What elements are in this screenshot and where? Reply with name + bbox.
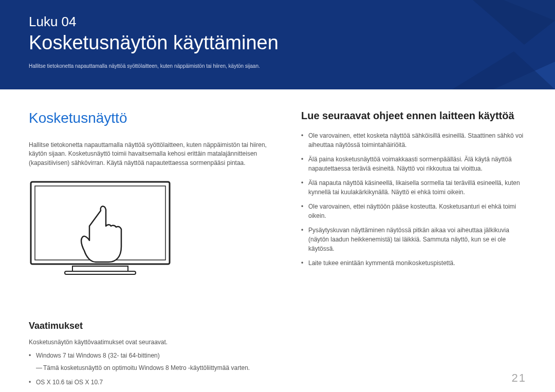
chapter-label: Luku 04 xyxy=(29,14,526,30)
precautions-heading: Lue seuraavat ohjeet ennen laitteen käyt… xyxy=(301,110,526,122)
requirements-list-cont: OS X 10.6 tai OS X 10.7 Samsung-näyttö xyxy=(29,378,270,392)
chapter-title: Kosketusnäytön käyttäminen xyxy=(29,32,526,54)
list-item: Laite tukee enintään kymmentä monikosket… xyxy=(301,258,526,268)
svg-marker-3 xyxy=(452,51,555,89)
right-column: Lue seuraavat ohjeet ennen laitteen käyt… xyxy=(301,110,526,392)
list-item: Älä paina kosketusnäyttöä voimakkaasti s… xyxy=(301,155,526,173)
requirements-intro: Kosketusnäytön käyttövaatimukset ovat se… xyxy=(29,339,270,346)
page-number: 21 xyxy=(512,371,526,385)
requirements-list: Windows 7 tai Windows 8 (32- tai 64-bitt… xyxy=(29,351,270,360)
svg-rect-6 xyxy=(72,266,128,271)
svg-rect-7 xyxy=(65,271,136,274)
precautions-list: Ole varovainen, ettet kosketa näyttöä sä… xyxy=(301,131,526,268)
list-item: Pysäytyskuvan näyttäminen näytössä pitkä… xyxy=(301,226,526,253)
list-item: Ole varovainen, ettei näyttöön pääse kos… xyxy=(301,202,526,220)
section-intro: Hallitse tietokonetta napauttamalla näyt… xyxy=(29,141,270,167)
requirements-heading: Vaatimukset xyxy=(29,321,270,331)
left-column: Kosketusnäyttö Hallitse tietokonetta nap… xyxy=(29,110,270,392)
chapter-banner: Luku 04 Kosketusnäytön käyttäminen Halli… xyxy=(0,0,555,89)
list-item: Älä napauta näyttöä käsineellä, likaisel… xyxy=(301,178,526,197)
list-item: Windows 7 tai Windows 8 (32- tai 64-bitt… xyxy=(29,351,270,360)
list-item: OS X 10.6 tai OS X 10.7 xyxy=(29,378,270,387)
content-area: Kosketusnäyttö Hallitse tietokonetta nap… xyxy=(0,89,555,392)
section-title: Kosketusnäyttö xyxy=(29,110,270,126)
requirements-note: Tämä kosketusnäyttö on optimoitu Windows… xyxy=(29,363,270,372)
list-item: Ole varovainen, ettet kosketa näyttöä sä… xyxy=(301,131,526,150)
touchscreen-illustration xyxy=(29,180,173,283)
banner-subtitle: Hallitse tietokonetta napauttamalla näyt… xyxy=(29,63,526,69)
